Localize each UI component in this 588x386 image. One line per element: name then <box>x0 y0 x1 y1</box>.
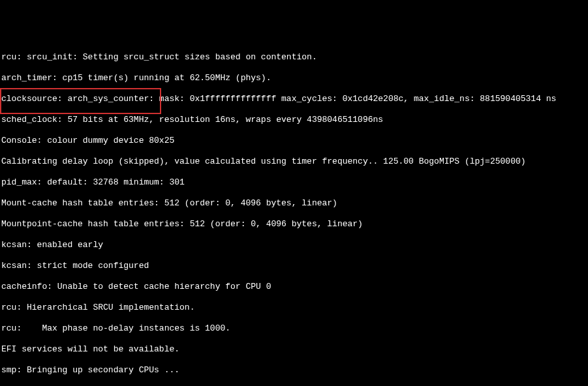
log-line: pid_max: default: 32768 minimum: 301 <box>1 177 587 188</box>
log-line: arch_timer: cp15 timer(s) running at 62.… <box>1 73 587 83</box>
log-line: rcu: Max phase no-delay instances is 100… <box>1 323 587 334</box>
log-line: smp: Bringing up secondary CPUs ... <box>1 365 587 376</box>
log-line: Mountpoint-cache hash table entries: 512… <box>1 219 587 230</box>
log-line: rcu: srcu_init: Setting srcu_struct size… <box>1 52 587 63</box>
log-line: clocksource: arch_sys_counter: mask: 0x1… <box>1 94 587 104</box>
log-line: Console: colour dummy device 80x25 <box>1 136 587 146</box>
log-line: rcu: Hierarchical SRCU implementation. <box>1 303 587 313</box>
log-line: cacheinfo: Unable to detect cache hierar… <box>1 282 587 292</box>
terminal-output: rcu: srcu_init: Setting srcu_struct size… <box>0 42 588 386</box>
log-line: kcsan: strict mode configured <box>1 261 587 271</box>
log-line: Calibrating delay loop (skipped), value … <box>1 156 587 167</box>
log-line: sched_clock: 57 bits at 63MHz, resolutio… <box>1 115 587 125</box>
log-line: kcsan: enabled early <box>1 240 587 250</box>
log-line: Mount-cache hash table entries: 512 (ord… <box>1 198 587 209</box>
log-line: EFI services will not be available. <box>1 344 587 355</box>
